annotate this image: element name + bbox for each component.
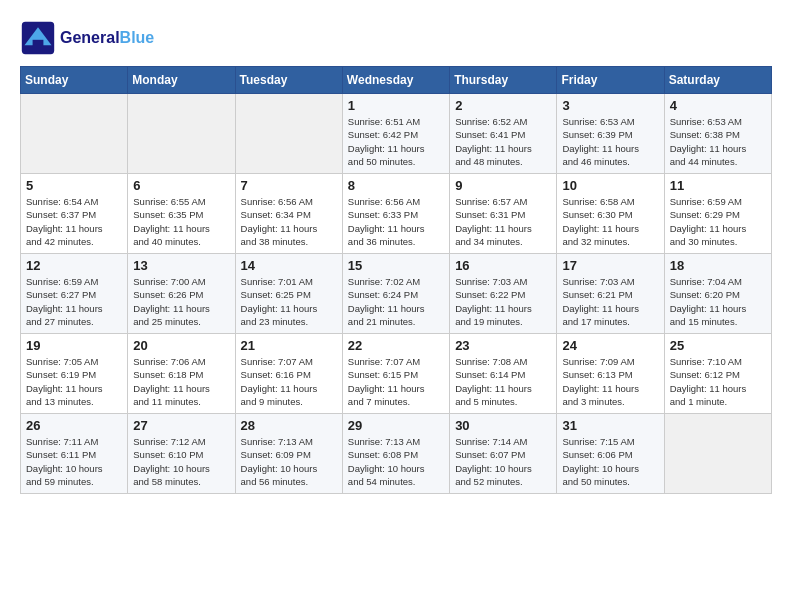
day-number: 4 [670,98,766,113]
day-info: Sunrise: 7:03 AMSunset: 6:21 PMDaylight:… [562,275,658,328]
calendar-cell [664,414,771,494]
calendar-cell: 21Sunrise: 7:07 AMSunset: 6:16 PMDayligh… [235,334,342,414]
day-number: 13 [133,258,229,273]
day-number: 25 [670,338,766,353]
column-header-friday: Friday [557,67,664,94]
day-number: 31 [562,418,658,433]
calendar-week-2: 5Sunrise: 6:54 AMSunset: 6:37 PMDaylight… [21,174,772,254]
calendar-cell: 7Sunrise: 6:56 AMSunset: 6:34 PMDaylight… [235,174,342,254]
day-info: Sunrise: 7:07 AMSunset: 6:15 PMDaylight:… [348,355,444,408]
calendar-cell: 18Sunrise: 7:04 AMSunset: 6:20 PMDayligh… [664,254,771,334]
day-info: Sunrise: 7:05 AMSunset: 6:19 PMDaylight:… [26,355,122,408]
calendar-cell: 27Sunrise: 7:12 AMSunset: 6:10 PMDayligh… [128,414,235,494]
day-number: 14 [241,258,337,273]
calendar-week-5: 26Sunrise: 7:11 AMSunset: 6:11 PMDayligh… [21,414,772,494]
calendar-cell: 4Sunrise: 6:53 AMSunset: 6:38 PMDaylight… [664,94,771,174]
calendar-cell: 19Sunrise: 7:05 AMSunset: 6:19 PMDayligh… [21,334,128,414]
day-number: 7 [241,178,337,193]
svg-rect-2 [33,40,44,47]
calendar-cell: 15Sunrise: 7:02 AMSunset: 6:24 PMDayligh… [342,254,449,334]
day-number: 23 [455,338,551,353]
day-info: Sunrise: 6:59 AMSunset: 6:29 PMDaylight:… [670,195,766,248]
day-info: Sunrise: 7:07 AMSunset: 6:16 PMDaylight:… [241,355,337,408]
column-header-tuesday: Tuesday [235,67,342,94]
calendar-week-3: 12Sunrise: 6:59 AMSunset: 6:27 PMDayligh… [21,254,772,334]
day-info: Sunrise: 7:06 AMSunset: 6:18 PMDaylight:… [133,355,229,408]
day-number: 15 [348,258,444,273]
day-number: 5 [26,178,122,193]
calendar-cell: 31Sunrise: 7:15 AMSunset: 6:06 PMDayligh… [557,414,664,494]
day-info: Sunrise: 7:09 AMSunset: 6:13 PMDaylight:… [562,355,658,408]
day-number: 16 [455,258,551,273]
day-info: Sunrise: 7:13 AMSunset: 6:09 PMDaylight:… [241,435,337,488]
day-info: Sunrise: 7:04 AMSunset: 6:20 PMDaylight:… [670,275,766,328]
calendar-cell [235,94,342,174]
column-header-wednesday: Wednesday [342,67,449,94]
calendar-cell: 26Sunrise: 7:11 AMSunset: 6:11 PMDayligh… [21,414,128,494]
day-number: 8 [348,178,444,193]
day-info: Sunrise: 7:02 AMSunset: 6:24 PMDaylight:… [348,275,444,328]
day-info: Sunrise: 7:15 AMSunset: 6:06 PMDaylight:… [562,435,658,488]
calendar-cell: 5Sunrise: 6:54 AMSunset: 6:37 PMDaylight… [21,174,128,254]
calendar-cell: 9Sunrise: 6:57 AMSunset: 6:31 PMDaylight… [450,174,557,254]
day-info: Sunrise: 7:01 AMSunset: 6:25 PMDaylight:… [241,275,337,328]
day-info: Sunrise: 6:57 AMSunset: 6:31 PMDaylight:… [455,195,551,248]
calendar-table: SundayMondayTuesdayWednesdayThursdayFrid… [20,66,772,494]
calendar-cell: 25Sunrise: 7:10 AMSunset: 6:12 PMDayligh… [664,334,771,414]
day-info: Sunrise: 6:53 AMSunset: 6:39 PMDaylight:… [562,115,658,168]
calendar-cell: 30Sunrise: 7:14 AMSunset: 6:07 PMDayligh… [450,414,557,494]
column-header-monday: Monday [128,67,235,94]
day-number: 19 [26,338,122,353]
calendar-cell: 20Sunrise: 7:06 AMSunset: 6:18 PMDayligh… [128,334,235,414]
day-number: 22 [348,338,444,353]
day-number: 24 [562,338,658,353]
calendar-cell: 1Sunrise: 6:51 AMSunset: 6:42 PMDaylight… [342,94,449,174]
column-header-thursday: Thursday [450,67,557,94]
calendar-cell: 29Sunrise: 7:13 AMSunset: 6:08 PMDayligh… [342,414,449,494]
column-header-sunday: Sunday [21,67,128,94]
day-info: Sunrise: 7:14 AMSunset: 6:07 PMDaylight:… [455,435,551,488]
calendar-cell: 16Sunrise: 7:03 AMSunset: 6:22 PMDayligh… [450,254,557,334]
day-number: 9 [455,178,551,193]
day-info: Sunrise: 6:56 AMSunset: 6:34 PMDaylight:… [241,195,337,248]
day-info: Sunrise: 7:03 AMSunset: 6:22 PMDaylight:… [455,275,551,328]
logo-text: GeneralBlue [60,29,154,47]
calendar-cell [128,94,235,174]
calendar-cell: 17Sunrise: 7:03 AMSunset: 6:21 PMDayligh… [557,254,664,334]
page-header: GeneralBlue [20,20,772,56]
day-number: 10 [562,178,658,193]
calendar-cell: 2Sunrise: 6:52 AMSunset: 6:41 PMDaylight… [450,94,557,174]
day-info: Sunrise: 6:56 AMSunset: 6:33 PMDaylight:… [348,195,444,248]
day-info: Sunrise: 6:58 AMSunset: 6:30 PMDaylight:… [562,195,658,248]
calendar-cell: 3Sunrise: 6:53 AMSunset: 6:39 PMDaylight… [557,94,664,174]
calendar-cell [21,94,128,174]
day-number: 3 [562,98,658,113]
calendar-cell: 24Sunrise: 7:09 AMSunset: 6:13 PMDayligh… [557,334,664,414]
day-info: Sunrise: 7:13 AMSunset: 6:08 PMDaylight:… [348,435,444,488]
day-info: Sunrise: 6:52 AMSunset: 6:41 PMDaylight:… [455,115,551,168]
calendar-cell: 6Sunrise: 6:55 AMSunset: 6:35 PMDaylight… [128,174,235,254]
day-info: Sunrise: 7:08 AMSunset: 6:14 PMDaylight:… [455,355,551,408]
day-number: 27 [133,418,229,433]
day-info: Sunrise: 6:59 AMSunset: 6:27 PMDaylight:… [26,275,122,328]
day-info: Sunrise: 6:54 AMSunset: 6:37 PMDaylight:… [26,195,122,248]
calendar-cell: 28Sunrise: 7:13 AMSunset: 6:09 PMDayligh… [235,414,342,494]
logo-icon [20,20,56,56]
calendar-cell: 12Sunrise: 6:59 AMSunset: 6:27 PMDayligh… [21,254,128,334]
day-number: 2 [455,98,551,113]
day-number: 21 [241,338,337,353]
calendar-header-row: SundayMondayTuesdayWednesdayThursdayFrid… [21,67,772,94]
day-number: 11 [670,178,766,193]
day-info: Sunrise: 6:55 AMSunset: 6:35 PMDaylight:… [133,195,229,248]
day-number: 12 [26,258,122,273]
calendar-week-4: 19Sunrise: 7:05 AMSunset: 6:19 PMDayligh… [21,334,772,414]
logo: GeneralBlue [20,20,154,56]
day-info: Sunrise: 7:12 AMSunset: 6:10 PMDaylight:… [133,435,229,488]
day-number: 28 [241,418,337,433]
day-info: Sunrise: 7:00 AMSunset: 6:26 PMDaylight:… [133,275,229,328]
calendar-cell: 8Sunrise: 6:56 AMSunset: 6:33 PMDaylight… [342,174,449,254]
day-number: 30 [455,418,551,433]
calendar-cell: 11Sunrise: 6:59 AMSunset: 6:29 PMDayligh… [664,174,771,254]
day-number: 1 [348,98,444,113]
day-number: 26 [26,418,122,433]
